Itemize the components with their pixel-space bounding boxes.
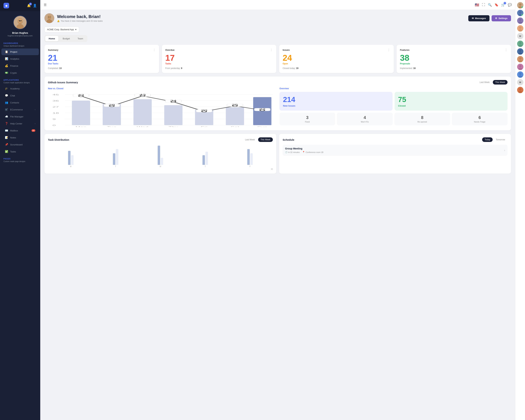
bar-group-f: F — [229, 146, 272, 168]
tab-home[interactable]: Home — [45, 36, 58, 41]
rs-avatar-5[interactable] — [517, 41, 524, 47]
messages-button[interactable]: ✉ Messages — [468, 15, 489, 21]
rs-avatar-7[interactable] — [517, 56, 524, 62]
rs-initial-m2[interactable]: M — [517, 79, 524, 85]
stat-overdue-header: Overdue ⋮ — [165, 48, 273, 52]
closed-label: Closed — [398, 104, 406, 107]
sidebar-item-ecommerce[interactable]: 🛒 ECommerce › — [1, 106, 39, 113]
rs-avatar-6[interactable] — [517, 48, 524, 55]
github-chart-section: New vs. Closed 45 36 27 18 9 0 — [48, 87, 276, 127]
svg-point-48 — [171, 101, 176, 103]
settings-button[interactable]: ⚙ Settings — [492, 15, 511, 21]
stat-overdue-footer: From yesterday: 9 — [165, 67, 273, 69]
app-logo[interactable]: ◆ — [3, 3, 9, 8]
notification-icon[interactable]: 🔔 3 — [27, 4, 31, 8]
stat-features-menu[interactable]: ⋮ — [505, 48, 507, 52]
github-section-header: Github Issues Summary Last Week This Wee… — [48, 80, 507, 84]
task-last-week-button[interactable]: Last Week — [243, 137, 257, 142]
flag-icon[interactable]: 🇺🇸 — [475, 3, 479, 7]
stat-overdue-menu[interactable]: ⋮ — [270, 48, 273, 52]
contacts-icon: 👥 — [5, 101, 8, 104]
schedule-title: Schedule — [283, 138, 294, 141]
tab-team[interactable]: Team — [74, 36, 87, 41]
this-week-button[interactable]: This Week — [493, 80, 507, 84]
dashboards-section-sublabel: Unique dashboard designs — [0, 45, 40, 48]
sidebar-item-finance[interactable]: 💰 Finance — [1, 63, 39, 69]
sidebar-item-project[interactable]: 📋 Project — [1, 48, 39, 55]
svg-point-11 — [50, 17, 50, 18]
svg-rect-27 — [164, 105, 183, 125]
cart-icon[interactable]: 🛒 5 — [501, 3, 505, 7]
rs-avatar-9[interactable] — [517, 71, 524, 78]
rs-avatar-1[interactable] — [517, 2, 524, 8]
welcome-left: Welcome back, Brian! 🔔 You have 2 new me… — [45, 13, 103, 23]
svg-rect-24 — [72, 101, 90, 125]
sidebar-item-help-center[interactable]: ❓ Help Center › — [1, 120, 39, 127]
sidebar-item-notes[interactable]: 📝 Notes — [1, 134, 39, 141]
sidebar-item-mailbox[interactable]: ✉️ Mailbox 27 — [1, 127, 39, 134]
rs-avatar-8[interactable] — [517, 64, 524, 70]
mailbox-icon: ✉️ — [5, 129, 8, 132]
stat-overdue-number: 17 — [165, 54, 273, 62]
rs-avatar-2[interactable] — [517, 10, 524, 16]
task-this-week-button[interactable]: This Week — [258, 137, 273, 142]
stat-overdue: Overdue ⋮ 17 Tasks From yesterday: 9 — [162, 45, 276, 73]
tab-budget[interactable]: Budget — [59, 36, 73, 41]
svg-point-50 — [233, 105, 237, 107]
last-week-button[interactable]: Last Week — [477, 80, 492, 84]
project-selector[interactable]: ACME Corp. Backend App ▾ — [45, 27, 79, 32]
mini-fixed-label: Fixed — [282, 121, 333, 123]
stat-summary-sublabel: Due Tasks — [48, 63, 156, 65]
sidebar-item-file-manager[interactable]: ☁️ File Manager — [1, 113, 39, 120]
sidebar-item-crypto[interactable]: 💵 Crypto — [1, 69, 39, 76]
sidebar-item-label: Chat — [10, 94, 15, 97]
tomorrow-button[interactable]: Tomorrow — [493, 137, 507, 142]
user-icon[interactable]: 👤 — [33, 4, 37, 8]
rs-avatar-4[interactable] — [517, 25, 524, 31]
bar-2 — [116, 149, 118, 165]
profile-email: hughes.brian@company.com — [8, 35, 33, 37]
rs-avatar-10[interactable] — [517, 87, 524, 93]
svg-text:36: 36 — [53, 100, 59, 102]
closed-issues-card: 75 Closed — [395, 92, 508, 111]
mini-wont-fix-number: 4 — [339, 115, 390, 120]
sidebar-item-label: Help Center — [10, 122, 22, 125]
sidebar-header-icons: 🔔 3 👤 — [27, 4, 37, 8]
sidebar-item-scrumboard[interactable]: 📌 Scrumboard — [1, 141, 39, 148]
sidebar-item-tasks[interactable]: ✅ Tasks — [1, 148, 39, 155]
sidebar-item-label: Analytics — [10, 57, 19, 60]
rs-avatar-3[interactable] — [517, 18, 524, 24]
sidebar-item-academy[interactable]: 🎓 Academy — [1, 85, 39, 92]
fullscreen-icon[interactable]: ⛶ — [482, 3, 485, 7]
bar-group-th: T — [184, 146, 227, 168]
svg-text:0: 0 — [53, 124, 56, 126]
github-section-title: Github Issues Summary — [48, 81, 78, 84]
bar-1 — [158, 146, 160, 165]
meeting-arrow[interactable]: › — [504, 149, 505, 152]
search-icon[interactable]: 🔍 — [488, 3, 492, 7]
welcome-avatar — [45, 13, 54, 23]
bookmark-icon[interactable]: 🔖 — [495, 3, 498, 7]
svg-text:Thu: Thu — [169, 126, 178, 127]
menu-icon[interactable]: ☰ — [44, 3, 47, 7]
stat-summary-menu[interactable]: ⋮ — [153, 48, 156, 52]
profile-section: Brian Hughes hughes.brian@company.com — [0, 11, 40, 39]
stat-overdue-label: Overdue — [165, 49, 175, 51]
messages-icon[interactable]: 💬 — [508, 3, 512, 7]
today-button[interactable]: Today — [482, 137, 493, 142]
stat-issues-menu[interactable]: ⋮ — [387, 48, 390, 52]
sidebar-item-analytics[interactable]: 📊 Analytics — [1, 56, 39, 62]
stat-issues-sublabel: Open — [283, 63, 390, 65]
bar-label: T — [205, 166, 206, 168]
stat-issues-footer: Closed today: 19 — [283, 67, 390, 69]
bar-1 — [113, 153, 115, 165]
sidebar-item-contacts[interactable]: 👥 Contacts — [1, 99, 39, 106]
main-area: ☰ 🇺🇸 ⛶ 🔍 🔖 🛒 5 💬 — [40, 0, 515, 420]
left-sidebar: ◆ 🔔 3 👤 Brian Hughes hughes.brian@compan… — [0, 0, 40, 420]
meeting-meta: 🕐 in 32 minutes 📍 Conference room 1B — [285, 151, 323, 153]
right-sidebar: M M — [515, 0, 525, 420]
bar-pair — [158, 146, 163, 165]
mini-reopened: 8 Re-opened — [394, 113, 450, 125]
sidebar-item-chat[interactable]: 💬 Chat — [1, 92, 39, 99]
rs-initial-m1[interactable]: M — [517, 33, 524, 39]
